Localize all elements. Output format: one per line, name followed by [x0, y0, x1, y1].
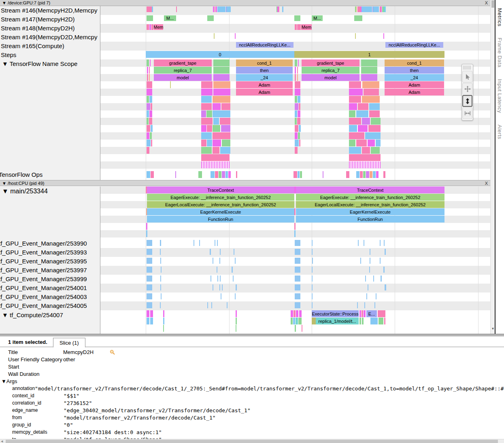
- scroll-left-icon[interactable]: ◀: [1, 440, 3, 443]
- trace-event[interactable]: [213, 110, 230, 117]
- trace-event[interactable]: [149, 24, 151, 30]
- trace-event[interactable]: [147, 67, 148, 74]
- trace-event[interactable]: [176, 6, 177, 12]
- horizontal-scrollbar[interactable]: ◀: [0, 439, 504, 443]
- trace-event[interactable]: [295, 240, 300, 246]
- trace-event[interactable]: [381, 6, 382, 12]
- trace-event[interactable]: [147, 147, 149, 154]
- panel-splitter[interactable]: [0, 334, 504, 337]
- trace-event[interactable]: _24: [236, 74, 293, 81]
- tab-input-latency[interactable]: Input Latency: [497, 79, 503, 113]
- trace-event[interactable]: [349, 140, 355, 146]
- trace-event[interactable]: [312, 284, 313, 290]
- gpu-section-header[interactable]: ▼ /device:GPU:7 (pid 7) X: [0, 0, 490, 6]
- trace-event[interactable]: [163, 318, 164, 324]
- trace-event[interactable]: [146, 230, 147, 237]
- trace-event[interactable]: FunctionRun: [296, 216, 444, 223]
- trace-event[interactable]: [383, 33, 384, 39]
- trace-event[interactable]: [199, 240, 200, 246]
- close-icon[interactable]: X: [485, 180, 488, 186]
- trace-event[interactable]: [349, 161, 381, 168]
- trace-event[interactable]: [147, 267, 152, 273]
- trace-event[interactable]: [297, 24, 301, 30]
- trace-event[interactable]: [365, 276, 366, 282]
- trace-event[interactable]: [217, 276, 218, 282]
- trace-event[interactable]: [295, 249, 300, 255]
- trace-event[interactable]: [298, 171, 300, 178]
- trace-event[interactable]: [312, 276, 313, 282]
- tab-metrics[interactable]: Metrics: [497, 8, 503, 26]
- trace-event[interactable]: Adam: [236, 81, 293, 88]
- trace-event[interactable]: [365, 132, 381, 139]
- trace-event[interactable]: EagerLocalExecute: __inference_train_fun…: [147, 201, 294, 208]
- trace-event[interactable]: [210, 249, 211, 255]
- trace-event[interactable]: [358, 103, 368, 110]
- trace-event[interactable]: gradient_tape: [302, 59, 359, 66]
- trace-event[interactable]: Adam: [236, 89, 293, 95]
- trace-event[interactable]: [160, 258, 161, 264]
- trace-event[interactable]: [279, 6, 279, 12]
- trace-event[interactable]: replica_7: [154, 67, 212, 74]
- trace-event[interactable]: 1: [294, 51, 444, 58]
- trace-event[interactable]: [213, 258, 213, 264]
- trace-event[interactable]: [219, 284, 220, 290]
- trace-event[interactable]: EagerKernelExecute: [147, 208, 294, 215]
- trace-event[interactable]: [293, 310, 296, 317]
- scrollbar-thumb[interactable]: [6, 440, 498, 443]
- trace-event[interactable]: [373, 276, 374, 282]
- trace-event[interactable]: [346, 171, 349, 178]
- trace-event[interactable]: [369, 103, 380, 110]
- trace-event[interactable]: [219, 171, 221, 178]
- trace-event[interactable]: [147, 284, 152, 290]
- trace-event[interactable]: [217, 267, 217, 273]
- trace-event[interactable]: [293, 171, 297, 178]
- trace-event[interactable]: [147, 140, 151, 146]
- trace-event[interactable]: [295, 302, 300, 308]
- trace-event[interactable]: [282, 6, 283, 12]
- trace-event[interactable]: [299, 140, 300, 146]
- trace-event[interactable]: [366, 171, 369, 178]
- trace-event[interactable]: 0: [146, 51, 294, 58]
- trace-event[interactable]: EagerLocalExecute: __inference_train_fun…: [296, 201, 444, 208]
- trace-event[interactable]: [147, 118, 149, 125]
- trace-event[interactable]: [150, 310, 153, 317]
- trace-event[interactable]: [298, 96, 300, 103]
- trace-event[interactable]: [370, 249, 370, 255]
- trace-event[interactable]: [214, 33, 215, 39]
- trace-event[interactable]: [355, 33, 356, 39]
- trace-event[interactable]: [294, 230, 296, 237]
- trace-event[interactable]: [170, 81, 171, 88]
- trace-event[interactable]: [296, 318, 298, 324]
- cpu-section-title[interactable]: ▼ /host:CPU (pid 49): [2, 181, 44, 186]
- trace-event[interactable]: [295, 132, 298, 139]
- trace-event[interactable]: M...: [312, 15, 323, 21]
- trace-event[interactable]: [369, 267, 370, 273]
- trace-event[interactable]: [312, 318, 316, 324]
- pan-tool-button[interactable]: [462, 83, 472, 95]
- trace-event[interactable]: [160, 302, 161, 308]
- trace-event[interactable]: [222, 284, 223, 290]
- trace-event[interactable]: [312, 258, 313, 264]
- trace-event[interactable]: [227, 6, 231, 12]
- trace-event[interactable]: [150, 132, 152, 139]
- trace-event[interactable]: [207, 15, 214, 21]
- trace-event[interactable]: [383, 267, 385, 273]
- trace-event[interactable]: [295, 258, 300, 264]
- trace-event[interactable]: [147, 258, 152, 264]
- trace-event[interactable]: [373, 171, 376, 178]
- trace-event[interactable]: [220, 147, 230, 154]
- trace-event[interactable]: [213, 81, 230, 88]
- trace-event[interactable]: [370, 171, 372, 178]
- trace-event[interactable]: [220, 276, 221, 282]
- trace-event[interactable]: [295, 67, 296, 74]
- trace-event[interactable]: [296, 310, 298, 317]
- trace-event[interactable]: [201, 103, 212, 110]
- trace-event[interactable]: [323, 171, 323, 178]
- trace-event[interactable]: [236, 171, 237, 178]
- trace-event[interactable]: [163, 310, 164, 317]
- trace-event[interactable]: [364, 240, 364, 246]
- trace-event[interactable]: [300, 171, 302, 178]
- trace-event[interactable]: [364, 310, 366, 317]
- trace-event[interactable]: [298, 110, 300, 117]
- trace-event[interactable]: [362, 6, 372, 12]
